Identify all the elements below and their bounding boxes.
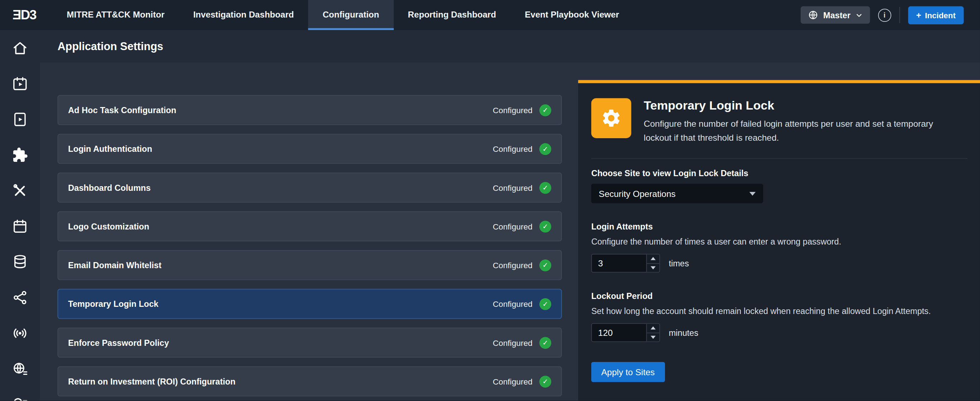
app-window: ƎD3 MITRE ATT&CK Monitor Investigation D… [0,0,980,401]
lockout-period-label: Lockout Period [591,291,967,301]
setting-row-status-wrap: Configured [493,104,551,116]
login-attempts-input[interactable] [592,255,646,272]
page-header: Application Settings [40,30,980,63]
sidebar-item-partial[interactable] [0,386,40,401]
network-share-icon [12,289,28,306]
settings-row[interactable]: Login Authentication Configured [57,134,562,164]
spinner-down-icon[interactable] [647,332,659,341]
settings-row[interactable]: Email Domain Whitelist Configured [57,250,562,280]
configured-check-icon [539,337,551,348]
calendar-icon [12,218,28,234]
settings-list: Ad Hoc Task Configuration Configured Log… [57,95,562,401]
sidebar-item-tools[interactable] [0,173,40,208]
setting-row-status-wrap: Configured [493,221,551,232]
settings-row[interactable]: Ad Hoc Task Configuration Configured [57,95,562,125]
login-attempts-spinner [646,255,660,272]
setting-row-label: Login Authentication [68,144,152,153]
setting-row-status: Configured [493,377,533,386]
settings-row[interactable]: Return on Investment (ROI) Configuration… [57,366,562,396]
lockout-period-unit: minutes [668,328,698,337]
globe-report-icon [12,361,28,377]
tab-configuration[interactable]: Configuration [308,0,393,30]
settings-row[interactable]: Dashboard Columns Configured [57,173,562,203]
login-attempts-label: Login Attempts [591,222,967,231]
main-area: Application Settings Ad Hoc Task Configu… [40,30,980,401]
configured-check-icon [539,298,551,310]
info-icon[interactable] [878,9,891,22]
configured-check-icon [539,259,551,271]
details-description: Configure the number of failed login att… [644,117,943,145]
setting-row-status: Configured [493,299,533,309]
tools-icon [12,182,28,198]
setting-row-status: Configured [493,222,533,231]
settings-row[interactable]: Enforce Password Policy Configured [57,328,562,358]
topbar-right-cluster: Master Incident [801,6,964,24]
new-incident-button[interactable]: Incident [908,6,964,24]
sidebar-item-home[interactable] [0,30,40,66]
sidebar-item-database[interactable] [0,244,40,280]
tab-mitre-attack-monitor[interactable]: MITRE ATT&CK Monitor [52,0,178,30]
spinner-up-icon[interactable] [647,255,659,263]
setting-row-label: Dashboard Columns [68,183,151,192]
tab-investigation-dashboard[interactable]: Investigation Dashboard [179,0,308,30]
sidebar-item-video-file[interactable] [0,101,40,137]
sidebar-item-broadcast[interactable] [0,315,40,351]
login-attempts-unit: times [668,258,689,268]
partial-bottom-icon [12,396,28,401]
setting-icon-tile [591,98,632,138]
home-icon [12,40,28,56]
sidebar-item-schedule[interactable] [0,65,40,101]
sidebar-item-globe-report[interactable] [0,351,40,387]
database-icon [12,253,28,270]
site-select-value: Security Operations [599,189,676,199]
chevron-down-icon [856,11,862,18]
details-title: Temporary Login Lock [644,98,943,112]
top-navbar: ƎD3 MITRE ATT&CK Monitor Investigation D… [0,0,980,30]
configured-check-icon [539,221,551,232]
select-caret-icon [749,192,756,196]
top-nav-tabs: MITRE ATT&CK Monitor Investigation Dashb… [52,0,633,30]
apply-to-sites-button[interactable]: Apply to Sites [591,362,665,382]
site-select[interactable]: Security Operations [591,184,763,204]
d3-logo[interactable]: ƎD3 [13,8,36,22]
setting-row-status-wrap: Configured [493,143,551,155]
setting-row-label: Return on Investment (ROI) Configuration [68,377,235,386]
setting-row-status: Configured [493,183,533,192]
globe-icon [808,10,818,20]
login-attempts-group: times [591,254,967,272]
schedule-video-icon [12,75,28,91]
lockout-period-stepper [591,323,660,342]
site-select-label: Choose Site to view Login Lock Details [591,169,967,178]
master-site-dropdown[interactable]: Master [801,6,870,24]
plus-icon [916,11,921,19]
setting-row-status-wrap: Configured [493,298,551,310]
spinner-up-icon[interactable] [647,324,659,333]
setting-row-label: Logo Customization [68,222,149,231]
setting-row-status: Configured [493,105,533,115]
setting-row-status-wrap: Configured [493,337,551,348]
setting-row-status: Configured [493,260,533,270]
configured-check-icon [539,104,551,116]
page-title: Application Settings [57,40,163,53]
tab-event-playbook-viewer[interactable]: Event Playbook Viewer [511,0,633,30]
sidebar-item-integrations[interactable] [0,137,40,173]
details-header: Temporary Login Lock Configure the numbe… [591,98,967,159]
lockout-period-spinner [646,324,660,342]
tab-reporting-dashboard[interactable]: Reporting Dashboard [393,0,511,30]
sidebar-item-network[interactable] [0,280,40,315]
spinner-down-icon[interactable] [647,263,659,272]
settings-row[interactable]: Temporary Login Lock Configured [57,289,562,319]
lockout-period-group: minutes [591,323,967,342]
lockout-period-help: Set how long the account should remain l… [591,307,967,316]
details-title-block: Temporary Login Lock Configure the numbe… [644,98,943,145]
setting-row-label: Enforce Password Policy [68,338,169,347]
sidebar-item-calendar[interactable] [0,208,40,244]
lockout-period-input[interactable] [592,324,646,342]
login-attempts-stepper [591,254,660,272]
configured-check-icon [539,143,551,155]
details-panel: Temporary Login Lock Configure the numbe… [578,80,980,401]
content-area: Ad Hoc Task Configuration Configured Log… [40,63,980,401]
settings-row[interactable]: Logo Customization Configured [57,211,562,241]
setting-row-label: Ad Hoc Task Configuration [68,105,176,115]
setting-row-status: Configured [493,338,533,347]
